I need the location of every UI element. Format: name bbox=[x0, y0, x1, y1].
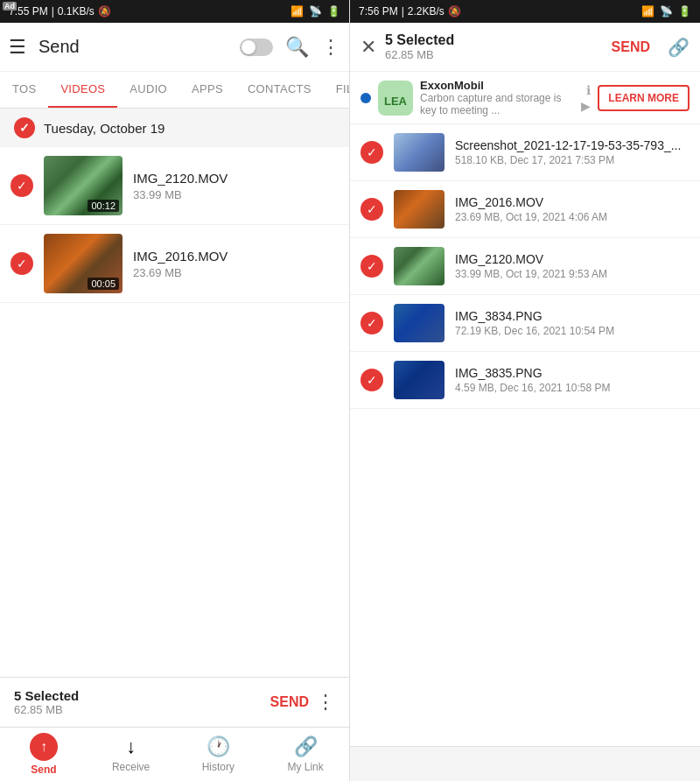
right-send-button[interactable]: SEND bbox=[612, 39, 650, 55]
nav-receive[interactable]: ↓ Receive bbox=[88, 728, 175, 781]
selected-files-list: ✓ Screenshot_2021-12-17-19-53-35-793_...… bbox=[350, 124, 700, 746]
ad-banner: Ad LEA ExxonMobil Carbon capture and sto… bbox=[350, 72, 700, 124]
sim-icon: 📶 bbox=[290, 5, 304, 18]
right-top-bar: ✕ 5 Selected 62.85 MB SEND 🔗 bbox=[350, 23, 700, 72]
selected-item-3[interactable]: ✓ IMG_2120.MOV 33.99 MB, Oct 19, 2021 9:… bbox=[350, 238, 700, 295]
menu-icon[interactable]: ☰ bbox=[9, 36, 26, 59]
file-item-2[interactable]: ✓ 00:05 IMG_2016.MOV 23.69 MB bbox=[0, 225, 349, 303]
bottom-send-bar: 5 Selected 62.85 MB SEND ⋮ bbox=[0, 677, 349, 727]
learn-more-button[interactable]: LEARN MORE bbox=[598, 85, 690, 111]
app-title: Send bbox=[38, 37, 240, 57]
nav-mylink[interactable]: 🔗 My Link bbox=[262, 728, 349, 781]
selected-count: 5 Selected bbox=[14, 688, 263, 703]
left-top-bar: ☰ Send 🔍 ⋮ bbox=[0, 23, 349, 72]
sel-name-1: Screenshot_2021-12-17-19-53-35-793_... bbox=[455, 138, 690, 152]
send-button[interactable]: SEND bbox=[270, 694, 309, 710]
sel-info-4: IMG_3834.PNG 72.19 KB, Dec 16, 2021 10:5… bbox=[455, 309, 690, 337]
ad-info-icon[interactable]: ℹ bbox=[586, 83, 591, 97]
right-network-speed: 2.2KB/s bbox=[408, 5, 444, 18]
date-label: Tuesday, October 19 bbox=[44, 121, 164, 136]
ad-badge: Ad bbox=[3, 2, 17, 11]
ad-logo: Ad LEA bbox=[378, 81, 413, 116]
nav-send-label: Send bbox=[31, 763, 56, 776]
right-battery-icon: 🔋 bbox=[678, 5, 691, 18]
video-duration-2: 00:05 bbox=[88, 278, 119, 290]
sel-name-5: IMG_3835.PNG bbox=[455, 366, 690, 380]
tab-videos[interactable]: VIDEOS bbox=[48, 72, 117, 108]
selected-size: 62.85 MB bbox=[14, 703, 263, 716]
selected-item-1[interactable]: ✓ Screenshot_2021-12-17-19-53-35-793_...… bbox=[350, 124, 700, 181]
tab-contacts[interactable]: CONTACTS bbox=[235, 72, 324, 108]
nav-receive-label: Receive bbox=[112, 761, 150, 773]
tab-apps[interactable]: APPS bbox=[179, 72, 235, 108]
sel-check-2[interactable]: ✓ bbox=[360, 198, 383, 221]
battery-icon: 🔋 bbox=[327, 5, 340, 18]
right-time: 7:56 PM bbox=[359, 5, 398, 18]
file-name-2: IMG_2016.MOV bbox=[133, 249, 339, 264]
sel-check-3[interactable]: ✓ bbox=[360, 255, 383, 278]
search-icon[interactable]: 🔍 bbox=[285, 36, 309, 59]
nav-history-label: History bbox=[202, 761, 234, 773]
right-network-sep: | bbox=[402, 5, 404, 18]
sel-check-1[interactable]: ✓ bbox=[360, 141, 383, 164]
file-thumb-2: 00:05 bbox=[44, 234, 122, 293]
right-title: 5 Selected bbox=[385, 32, 603, 48]
sel-thumb-5 bbox=[394, 361, 444, 399]
toggle-switch[interactable] bbox=[240, 39, 273, 56]
file-name-1: IMG_2120.MOV bbox=[133, 171, 339, 186]
file-info-2: IMG_2016.MOV 23.69 MB bbox=[133, 249, 339, 279]
ad-description: Carbon capture and storage is key to mee… bbox=[420, 92, 574, 116]
file-size-2: 23.69 MB bbox=[133, 266, 339, 279]
sel-thumb-2 bbox=[394, 190, 444, 229]
sel-thumb-3 bbox=[394, 247, 444, 285]
left-network: | bbox=[52, 5, 54, 18]
ad-text: ExxonMobil Carbon capture and storage is… bbox=[420, 79, 574, 116]
bottom-more-icon[interactable]: ⋮ bbox=[316, 691, 335, 714]
right-title-block: 5 Selected 62.85 MB bbox=[385, 32, 603, 61]
sel-meta-4: 72.19 KB, Dec 16, 2021 10:54 PM bbox=[455, 325, 690, 337]
file-item-1[interactable]: ✓ 00:12 IMG_2120.MOV 33.99 MB bbox=[0, 147, 349, 225]
ad-dot bbox=[360, 93, 371, 103]
video-duration-1: 00:12 bbox=[88, 200, 119, 212]
sel-info-2: IMG_2016.MOV 23.69 MB, Oct 19, 2021 4:06… bbox=[455, 195, 690, 223]
close-button[interactable]: ✕ bbox=[360, 36, 376, 59]
file-info-1: IMG_2120.MOV 33.99 MB bbox=[133, 171, 339, 201]
file-type-tabs: TOS VIDEOS AUDIO APPS CONTACTS FILES bbox=[0, 72, 349, 109]
ad-logo-text: LEA bbox=[384, 95, 407, 108]
history-nav-icon: 🕐 bbox=[206, 735, 230, 758]
sel-name-3: IMG_2120.MOV bbox=[455, 252, 690, 266]
file-size-1: 33.99 MB bbox=[133, 188, 339, 201]
file-list: ✓ 00:12 IMG_2120.MOV 33.99 MB ✓ 00:05 IM… bbox=[0, 147, 349, 677]
sel-meta-3: 33.99 MB, Oct 19, 2021 9:53 AM bbox=[455, 268, 690, 280]
date-section-header: ✓ Tuesday, October 19 bbox=[0, 109, 349, 147]
left-status-bar: 7:55 PM | 0.1KB/s 🔕 📶 📡 🔋 bbox=[0, 0, 349, 23]
date-check-icon[interactable]: ✓ bbox=[14, 117, 35, 138]
sel-info-3: IMG_2120.MOV 33.99 MB, Oct 19, 2021 9:53… bbox=[455, 252, 690, 280]
sel-thumb-1 bbox=[394, 133, 444, 172]
right-sim-icon: 📶 bbox=[641, 5, 654, 18]
selected-item-4[interactable]: ✓ IMG_3834.PNG 72.19 KB, Dec 16, 2021 10… bbox=[350, 295, 700, 352]
sel-name-4: IMG_3834.PNG bbox=[455, 309, 690, 323]
selected-item-2[interactable]: ✓ IMG_2016.MOV 23.69 MB, Oct 19, 2021 4:… bbox=[350, 181, 700, 238]
file-check-1[interactable]: ✓ bbox=[10, 174, 33, 197]
sel-check-5[interactable]: ✓ bbox=[360, 369, 383, 391]
left-network-speed: 0.1KB/s bbox=[58, 5, 94, 18]
tab-files[interactable]: FILES bbox=[324, 72, 349, 108]
nav-send[interactable]: ↑ Send bbox=[0, 728, 88, 781]
sel-check-4[interactable]: ✓ bbox=[360, 312, 383, 334]
ad-play-icon[interactable]: ▶ bbox=[581, 99, 591, 113]
tab-audio[interactable]: AUDIO bbox=[117, 72, 179, 108]
right-bottom-bar bbox=[350, 746, 700, 781]
file-check-2[interactable]: ✓ bbox=[10, 252, 33, 275]
bottom-send-info: 5 Selected 62.85 MB bbox=[14, 688, 263, 716]
sel-meta-5: 4.59 MB, Dec 16, 2021 10:58 PM bbox=[455, 382, 690, 394]
more-options-icon[interactable]: ⋮ bbox=[321, 36, 340, 59]
selected-item-5[interactable]: ✓ IMG_3835.PNG 4.59 MB, Dec 16, 2021 10:… bbox=[350, 352, 700, 409]
right-mute-icon: 🔕 bbox=[448, 5, 461, 18]
right-panel: 7:56 PM | 2.2KB/s 🔕 📶 📡 🔋 ✕ 5 Selected 6… bbox=[350, 0, 700, 781]
receive-nav-icon: ↓ bbox=[126, 735, 136, 758]
share-link-icon[interactable]: 🔗 bbox=[668, 37, 690, 58]
left-panel: 7:55 PM | 0.1KB/s 🔕 📶 📡 🔋 ☰ Send 🔍 ⋮ TOS… bbox=[0, 0, 350, 781]
nav-history[interactable]: 🕐 History bbox=[175, 728, 262, 781]
tab-tos[interactable]: TOS bbox=[0, 72, 48, 108]
